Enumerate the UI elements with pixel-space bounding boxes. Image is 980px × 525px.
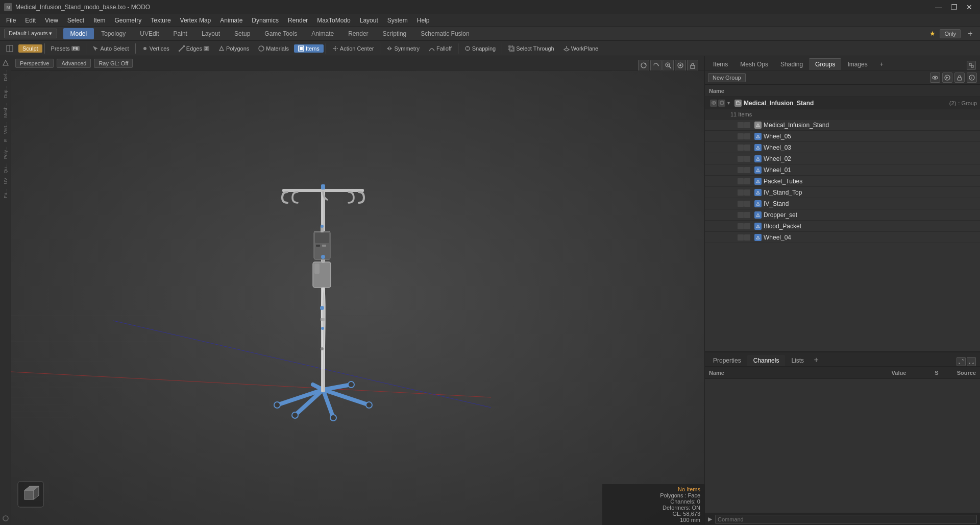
- list-item-10[interactable]: Blood_Packet: [705, 221, 980, 232]
- layout-tab-uvedit[interactable]: UVEdit: [133, 28, 166, 39]
- sculpt-button[interactable]: Sculpt: [18, 44, 42, 53]
- list-item-9[interactable]: Dropper_set: [705, 209, 980, 221]
- right-expand-icon[interactable]: [967, 61, 976, 70]
- workplane-button[interactable]: WorkPlane: [559, 44, 603, 53]
- viewport-canvas[interactable]: No Items Polygons : Face Channels: 0 Def…: [11, 70, 704, 525]
- item8-eye-btn[interactable]: [738, 201, 744, 207]
- item10-eye-btn[interactable]: [738, 223, 744, 229]
- group-expand-arrow[interactable]: ▾: [727, 100, 732, 106]
- list-item-3[interactable]: Wheel_03: [705, 142, 980, 153]
- item7-eye-btn[interactable]: [738, 189, 744, 196]
- sidebar-label-vert[interactable]: Vert...: [2, 120, 9, 136]
- tab-properties[interactable]: Properties: [707, 355, 747, 366]
- menu-system[interactable]: System: [383, 16, 412, 25]
- advanced-button[interactable]: Advanced: [57, 59, 91, 68]
- item11-eye-btn[interactable]: [738, 234, 744, 241]
- item9-eye-btn[interactable]: [738, 212, 744, 218]
- item1-render-btn[interactable]: [744, 122, 750, 128]
- items-list[interactable]: ▾ Medical_Infusion_Stand (2) : Group 11 …: [705, 97, 980, 351]
- item6-render-btn[interactable]: [744, 178, 750, 184]
- presets-button[interactable]: Presets F6: [47, 44, 84, 53]
- vp-shade-icon[interactable]: [638, 60, 649, 71]
- tools-icon[interactable]: [2, 44, 17, 53]
- viewport[interactable]: Perspective Advanced Ray GL: Off: [11, 56, 704, 525]
- minimize-button[interactable]: —: [932, 2, 945, 13]
- snapping-button[interactable]: Snapping: [460, 44, 500, 53]
- right-command-input[interactable]: [715, 515, 977, 524]
- layout-tab-render[interactable]: Render: [341, 28, 375, 39]
- menu-file[interactable]: File: [2, 16, 20, 25]
- sidebar-label-dup[interactable]: Dup...: [2, 84, 9, 100]
- lock-icon[interactable]: [954, 73, 965, 83]
- items-button[interactable]: Items: [294, 44, 324, 53]
- menu-edit[interactable]: Edit: [21, 16, 40, 25]
- menu-item[interactable]: Item: [89, 16, 109, 25]
- layout-tab-animate[interactable]: Animate: [304, 28, 341, 39]
- info-icon[interactable]: i: [967, 73, 977, 83]
- list-item-2[interactable]: Wheel_05: [705, 131, 980, 142]
- list-item-7[interactable]: IV_Stand_Top: [705, 187, 980, 198]
- layout-tab-layout[interactable]: Layout: [194, 28, 227, 39]
- tab-items[interactable]: Items: [707, 59, 734, 70]
- vertices-button[interactable]: Vertices: [138, 44, 174, 53]
- tab-groups[interactable]: Groups: [809, 58, 841, 70]
- item2-eye-btn[interactable]: [738, 133, 744, 139]
- item4-eye-btn[interactable]: [738, 156, 744, 162]
- close-button[interactable]: ✕: [963, 2, 976, 13]
- perspective-button[interactable]: Perspective: [15, 59, 54, 68]
- sidebar-label-uv[interactable]: UV: [2, 176, 9, 186]
- sidebar-label-mesh[interactable]: Mesh...: [2, 101, 9, 120]
- layout-tab-schematic-fusion[interactable]: Schematic Fusion: [413, 28, 476, 39]
- sidebar-label-e[interactable]: E: [2, 137, 9, 144]
- vp-settings-icon[interactable]: [675, 60, 686, 71]
- item5-render-btn[interactable]: [744, 167, 750, 173]
- list-item-8[interactable]: IV_Stand: [705, 198, 980, 209]
- tab-images[interactable]: Images: [841, 59, 873, 70]
- sidebar-label-fu[interactable]: Fu...: [2, 187, 9, 200]
- new-group-button[interactable]: New Group: [708, 73, 746, 82]
- item1-eye-btn[interactable]: [738, 122, 744, 128]
- bottom-panel-expand[interactable]: [957, 357, 966, 366]
- menu-help[interactable]: Help: [413, 16, 434, 25]
- layout-tab-model[interactable]: Model: [63, 28, 94, 39]
- list-item-1[interactable]: Medical_Infusion_Stand: [705, 120, 980, 131]
- tab-add[interactable]: +: [874, 59, 890, 70]
- sidebar-label-qu[interactable]: Qu...: [2, 161, 9, 176]
- vp-lock-icon[interactable]: [687, 60, 698, 71]
- render-visible-icon[interactable]: [942, 73, 952, 83]
- star-icon[interactable]: ★: [929, 30, 936, 37]
- ray-gl-button[interactable]: Ray GL: Off: [94, 59, 133, 68]
- auto-select-button[interactable]: Auto Select: [88, 44, 133, 53]
- bottom-panel-collapse[interactable]: [967, 357, 976, 366]
- item2-render-btn[interactable]: [744, 133, 750, 139]
- group-header-row[interactable]: ▾ Medical_Infusion_Stand (2) : Group: [705, 97, 980, 109]
- item10-render-btn[interactable]: [744, 223, 750, 229]
- edges-button[interactable]: Edges 2: [175, 44, 213, 53]
- tab-mesh-ops[interactable]: Mesh Ops: [734, 59, 774, 70]
- menu-dynamics[interactable]: Dynamics: [248, 16, 283, 25]
- tab-lists[interactable]: Lists: [785, 355, 810, 366]
- item9-render-btn[interactable]: [744, 212, 750, 218]
- layout-tab-setup[interactable]: Setup: [227, 28, 257, 39]
- default-layouts-dropdown[interactable]: Default Layouts ▾: [4, 29, 57, 38]
- menu-maxtomode[interactable]: MaxToModo: [313, 16, 354, 25]
- list-item-5[interactable]: Wheel_01: [705, 164, 980, 176]
- only-button[interactable]: Only: [940, 29, 961, 38]
- menu-vertex-map[interactable]: Vertex Map: [176, 16, 215, 25]
- sidebar-label-def[interactable]: Def...: [2, 68, 9, 83]
- item4-render-btn[interactable]: [744, 156, 750, 162]
- symmetry-button[interactable]: Symmetry: [382, 44, 424, 53]
- item5-eye-btn[interactable]: [738, 167, 744, 173]
- add-layout-button[interactable]: +: [965, 28, 976, 39]
- item7-render-btn[interactable]: [744, 189, 750, 196]
- sidebar-bottom-icon[interactable]: [1, 514, 10, 523]
- action-center-button[interactable]: Action Center: [328, 44, 378, 53]
- vp-rotate-icon[interactable]: [650, 60, 662, 71]
- tab-shading[interactable]: Shading: [774, 59, 809, 70]
- item8-render-btn[interactable]: [744, 201, 750, 207]
- menu-render[interactable]: Render: [284, 16, 312, 25]
- menu-animate[interactable]: Animate: [216, 16, 247, 25]
- eye-icon[interactable]: [930, 73, 940, 83]
- tab-add-button[interactable]: +: [810, 354, 822, 366]
- item11-render-btn[interactable]: [744, 234, 750, 241]
